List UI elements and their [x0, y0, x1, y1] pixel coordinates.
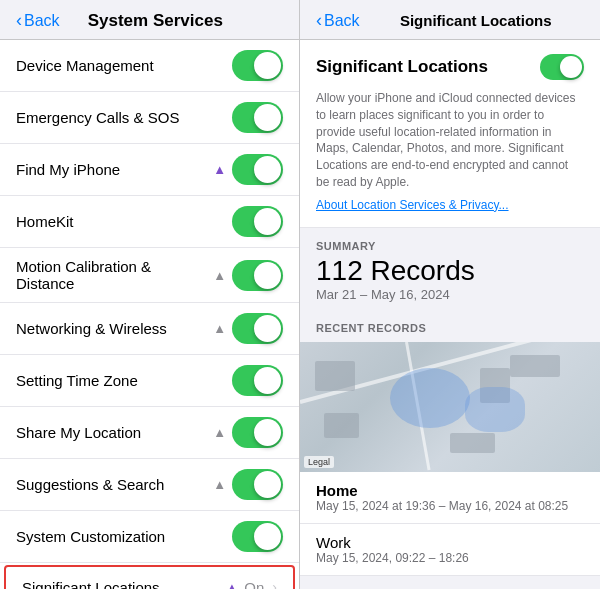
- suggestions-search-item[interactable]: Suggestions & Search ▲: [0, 459, 299, 511]
- suggestions-search-label: Suggestions & Search: [16, 476, 213, 493]
- emergency-calls-right: [232, 102, 283, 133]
- home-record-date: May 15, 2024 at 19:36 – May 16, 2024 at …: [316, 499, 584, 513]
- emergency-calls-label: Emergency Calls & SOS: [16, 109, 232, 126]
- setting-time-zone-toggle[interactable]: [232, 365, 283, 396]
- work-record-date: May 15, 2024, 09:22 – 18:26: [316, 551, 584, 565]
- map-container[interactable]: Legal: [300, 342, 600, 472]
- networking-wireless-item[interactable]: Networking & Wireless ▲: [0, 303, 299, 355]
- map-water-2: [465, 387, 525, 432]
- left-back-button[interactable]: ‹ Back: [16, 10, 60, 31]
- suggestions-location-icon: ▲: [213, 477, 226, 492]
- system-customization-label: System Customization: [16, 528, 232, 545]
- sig-loc-title: Significant Locations: [316, 57, 488, 77]
- summary-label: SUMMARY: [316, 240, 584, 252]
- home-record-item[interactable]: Home May 15, 2024 at 19:36 – May 16, 202…: [300, 472, 600, 524]
- motion-calibration-item[interactable]: Motion Calibration & Distance ▲: [0, 248, 299, 303]
- map-legal-badge: Legal: [304, 456, 334, 468]
- map-block-1: [315, 361, 355, 391]
- significant-locations-item[interactable]: Significant Locations ▲ On ›: [4, 565, 295, 589]
- motion-calibration-label: Motion Calibration & Distance: [16, 258, 213, 292]
- share-my-location-toggle[interactable]: [232, 417, 283, 448]
- homekit-label: HomeKit: [16, 213, 232, 230]
- emergency-calls-toggle[interactable]: [232, 102, 283, 133]
- device-management-item[interactable]: Device Management: [0, 40, 299, 92]
- home-record-title: Home: [316, 482, 584, 499]
- right-nav-header: ‹ Back Significant Locations: [300, 0, 600, 40]
- recent-records-section: RECENT RECORDS Legal: [300, 310, 600, 576]
- device-management-right: [232, 50, 283, 81]
- find-my-iphone-location-icon: ▲: [213, 162, 226, 177]
- work-record-item[interactable]: Work May 15, 2024, 09:22 – 18:26: [300, 524, 600, 576]
- homekit-right: [232, 206, 283, 237]
- system-customization-item[interactable]: System Customization: [0, 511, 299, 563]
- significant-locations-chevron-icon: ›: [272, 579, 277, 589]
- networking-wireless-toggle[interactable]: [232, 313, 283, 344]
- right-content: Significant Locations Allow your iPhone …: [300, 40, 600, 589]
- work-record-title: Work: [316, 534, 584, 551]
- main-settings-section: Device Management Emergency Calls & SOS …: [0, 40, 299, 589]
- significant-locations-icon: ▲: [225, 580, 238, 590]
- summary-records-count: 112 Records: [316, 256, 584, 287]
- significant-locations-toggle[interactable]: [540, 54, 584, 80]
- motion-location-icon: ▲: [213, 268, 226, 283]
- left-back-label: Back: [24, 12, 60, 30]
- share-my-location-right: ▲: [213, 417, 283, 448]
- emergency-calls-item[interactable]: Emergency Calls & SOS: [0, 92, 299, 144]
- system-customization-toggle[interactable]: [232, 521, 283, 552]
- homekit-item[interactable]: HomeKit: [0, 196, 299, 248]
- motion-calibration-toggle[interactable]: [232, 260, 283, 291]
- left-nav-title: System Services: [68, 11, 243, 31]
- map-block-5: [510, 355, 560, 377]
- map-block-3: [450, 433, 495, 453]
- share-my-location-item[interactable]: Share My Location ▲: [0, 407, 299, 459]
- share-my-location-label: Share My Location: [16, 424, 213, 441]
- significant-locations-on-label: On: [244, 579, 264, 590]
- left-list-container: Device Management Emergency Calls & SOS …: [0, 40, 299, 589]
- homekit-toggle[interactable]: [232, 206, 283, 237]
- summary-date: Mar 21 – May 16, 2024: [316, 287, 584, 302]
- find-my-iphone-item[interactable]: Find My iPhone ▲: [0, 144, 299, 196]
- recent-records-label: RECENT RECORDS: [300, 322, 600, 342]
- right-back-chevron-icon: ‹: [316, 10, 322, 31]
- significant-locations-right: ▲ On ›: [225, 579, 277, 590]
- suggestions-search-right: ▲: [213, 469, 283, 500]
- networking-wireless-right: ▲: [213, 313, 283, 344]
- right-panel: ‹ Back Significant Locations Significant…: [300, 0, 600, 589]
- right-nav-title: Significant Locations: [368, 12, 584, 29]
- map-block-2: [324, 413, 359, 438]
- networking-wireless-label: Networking & Wireless: [16, 320, 213, 337]
- setting-time-zone-item[interactable]: Setting Time Zone: [0, 355, 299, 407]
- sig-loc-privacy-link[interactable]: About Location Services & Privacy...: [316, 198, 509, 212]
- right-back-label: Back: [324, 12, 360, 30]
- find-my-iphone-toggle[interactable]: [232, 154, 283, 185]
- suggestions-search-toggle[interactable]: [232, 469, 283, 500]
- left-back-chevron-icon: ‹: [16, 10, 22, 31]
- system-customization-right: [232, 521, 283, 552]
- device-management-label: Device Management: [16, 57, 232, 74]
- significant-locations-card: Significant Locations Allow your iPhone …: [300, 40, 600, 228]
- find-my-iphone-label: Find My iPhone: [16, 161, 213, 178]
- significant-locations-label: Significant Locations: [22, 579, 225, 590]
- sig-loc-header: Significant Locations: [316, 54, 584, 80]
- sig-loc-description: Allow your iPhone and iCloud connected d…: [316, 90, 584, 191]
- find-my-iphone-right: ▲: [213, 154, 283, 185]
- networking-location-icon: ▲: [213, 321, 226, 336]
- summary-section: SUMMARY 112 Records Mar 21 – May 16, 202…: [300, 228, 600, 310]
- device-management-toggle[interactable]: [232, 50, 283, 81]
- setting-time-zone-right: [232, 365, 283, 396]
- map-background: [300, 342, 600, 472]
- share-location-icon: ▲: [213, 425, 226, 440]
- map-water-area: [390, 368, 470, 428]
- left-panel: ‹ Back System Services Device Management…: [0, 0, 300, 589]
- motion-calibration-right: ▲: [213, 260, 283, 291]
- right-back-button[interactable]: ‹ Back: [316, 10, 360, 31]
- left-nav-header: ‹ Back System Services: [0, 0, 299, 40]
- setting-time-zone-label: Setting Time Zone: [16, 372, 232, 389]
